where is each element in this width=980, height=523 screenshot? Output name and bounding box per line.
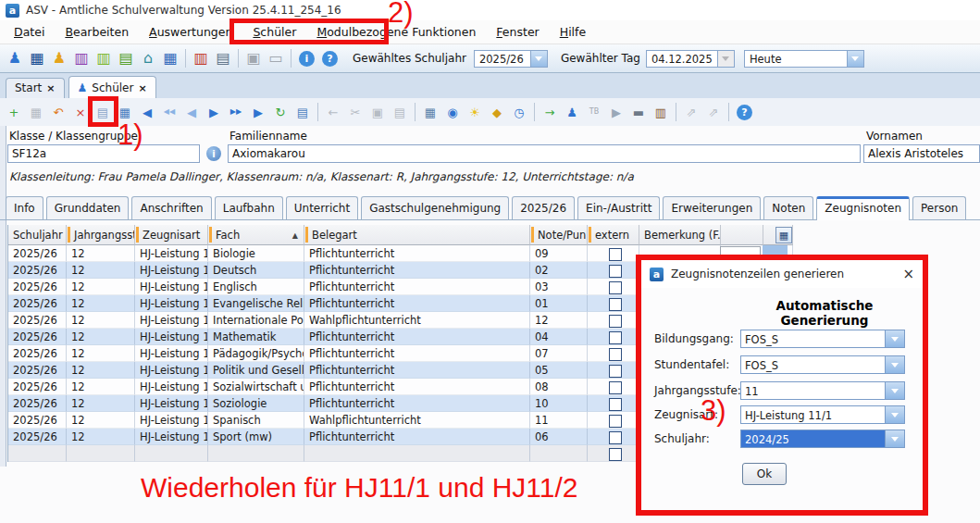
cell-belegart[interactable]: Pflichtunterricht xyxy=(304,345,530,362)
extern-checkbox[interactable] xyxy=(609,365,622,378)
cell-zeugnisart[interactable]: HJ-Leistung 12/1 xyxy=(135,279,208,295)
cell-zeugnisart[interactable]: HJ-Leistung 12/1 xyxy=(135,295,208,312)
cell-belegart[interactable]: Pflichtunterricht xyxy=(304,295,530,312)
field-select[interactable]: HJ-Leistung 11/1 xyxy=(740,405,905,424)
tab-grunddaten[interactable]: Grunddaten xyxy=(46,196,130,219)
cell-schuljahr[interactable]: 2025/26 xyxy=(8,312,67,329)
extern-checkbox[interactable] xyxy=(609,431,622,444)
extern-checkbox[interactable] xyxy=(609,298,622,311)
notify-icon[interactable]: ◆ xyxy=(488,103,506,121)
message-purple-icon[interactable]: ▥ xyxy=(71,48,92,68)
tab-erweiterungen[interactable]: Erweiterungen xyxy=(663,196,761,219)
field-select[interactable]: FOS_S xyxy=(740,355,905,374)
cell-belegart[interactable]: Pflichtunterricht xyxy=(304,245,530,262)
cell-jahrgangsstufe[interactable]: 12 xyxy=(67,429,135,445)
preview-icon[interactable]: ◉ xyxy=(443,103,462,121)
schedule-icon[interactable]: ◷ xyxy=(510,103,528,121)
column-header-extern[interactable]: extern xyxy=(588,225,639,245)
back-icon[interactable]: ← xyxy=(324,103,342,121)
class-info-icon[interactable]: i xyxy=(206,146,221,161)
cell-jahrgangsstufe[interactable]: 12 xyxy=(67,362,135,379)
cell-zeugnisart[interactable]: HJ-Leistung 12/1 xyxy=(135,395,208,412)
firstname-input[interactable] xyxy=(863,144,980,163)
column-header-fach[interactable]: Fach▲ xyxy=(208,225,304,245)
class-input[interactable] xyxy=(7,144,200,163)
list-view-icon[interactable]: ▤ xyxy=(293,103,312,121)
tab-noten[interactable]: Noten xyxy=(763,196,813,219)
cell-belegart[interactable]: Pflichtunterricht xyxy=(304,429,530,445)
paste-icon[interactable]: ▤ xyxy=(391,103,409,121)
cell-belegart[interactable]: Pflichtunterricht xyxy=(304,395,530,412)
cell-jahrgangsstufe[interactable]: 12 xyxy=(67,279,135,295)
cell-fach[interactable]: Soziologie xyxy=(208,395,304,412)
cell-schuljahr[interactable]: 2025/26 xyxy=(8,245,67,262)
cell-belegart[interactable]: Pflichtunterricht xyxy=(304,262,530,279)
tab-anschriften[interactable]: Anschriften xyxy=(131,196,211,219)
cell-note[interactable]: 07 xyxy=(530,345,588,362)
left-splitter[interactable] xyxy=(0,126,6,467)
column-header-zeugnisart[interactable]: Zeugnisart xyxy=(135,225,208,245)
teachers-icon[interactable]: ♟ xyxy=(49,48,69,68)
tab-person[interactable]: Person xyxy=(912,196,966,219)
column-header-schuljahr[interactable]: Schuljahr xyxy=(8,225,67,245)
cell-fach[interactable]: Deutsch xyxy=(208,262,304,279)
cell-fach[interactable]: Sport (mw) xyxy=(208,429,304,445)
column-header-jahrgangsstufe[interactable]: Jahrgangsstufe xyxy=(67,225,135,245)
cell-note[interactable]: 05 xyxy=(530,362,588,379)
range-select[interactable]: Heute xyxy=(744,50,864,68)
cut-icon[interactable]: ✂ xyxy=(346,103,365,121)
cell-note[interactable]: 11 xyxy=(530,412,588,429)
copy-icon[interactable]: ▣ xyxy=(368,103,387,121)
export-icon[interactable]: → xyxy=(540,103,559,121)
assign-student-icon[interactable]: ♟ xyxy=(563,103,581,121)
cell-belegart[interactable]: Wahlpflichtunterricht xyxy=(304,412,530,429)
close-tab-icon[interactable]: × xyxy=(46,82,55,94)
chevron-down-icon[interactable] xyxy=(885,330,904,347)
cell-note[interactable]: 04 xyxy=(530,329,588,345)
cell-note[interactable]: 09 xyxy=(530,245,588,262)
cell-fach[interactable]: Politik und Gesellschaft xyxy=(208,362,304,379)
folder-icon[interactable]: ▬ xyxy=(629,103,648,121)
students-icon[interactable]: ♟ xyxy=(5,48,25,68)
cell-note[interactable]: 01 xyxy=(530,295,588,312)
class-register-icon[interactable]: ▦ xyxy=(27,48,47,68)
school-icon[interactable]: ⌂ xyxy=(138,48,158,68)
chevron-down-icon[interactable] xyxy=(530,51,547,67)
address-book-icon[interactable]: ▥ xyxy=(651,103,670,121)
cell-note[interactable]: 08 xyxy=(530,379,588,395)
cell-zeugnisart[interactable]: HJ-Leistung 12/1 xyxy=(135,429,208,445)
tb-import-icon[interactable]: TB xyxy=(585,103,603,121)
column-header-note-pun[interactable]: Note/Pun... xyxy=(530,225,588,245)
discard-form-icon[interactable]: ▤ xyxy=(93,103,112,121)
extern-checkbox[interactable] xyxy=(609,348,622,361)
field-select[interactable]: 11 xyxy=(740,381,905,400)
tab-gastschulgenehmigung[interactable]: Gastschulgenehmigung xyxy=(361,196,509,219)
cell-note[interactable]: 10 xyxy=(530,395,588,412)
cell-schuljahr[interactable]: 2025/26 xyxy=(8,329,67,345)
cell-jahrgangsstufe[interactable]: 12 xyxy=(67,295,135,312)
tab-schueler[interactable]: ♟ Schüler × xyxy=(68,76,156,98)
tab-unterricht[interactable]: Unterricht xyxy=(286,196,358,219)
column-header-belegart[interactable]: Belegart xyxy=(304,225,530,245)
column-header-blank[interactable] xyxy=(721,225,763,245)
surname-input[interactable] xyxy=(228,144,861,163)
tab-zeugnisnoten[interactable]: Zeugnisnoten xyxy=(816,196,910,220)
extern-checkbox[interactable] xyxy=(609,415,622,428)
window-remove-icon[interactable]: ▭ xyxy=(266,48,286,68)
chevron-down-icon[interactable] xyxy=(885,356,904,373)
cell-schuljahr[interactable]: 2025/26 xyxy=(8,379,67,395)
menu-item-hilfe[interactable]: Hilfe xyxy=(550,21,596,43)
extern-checkbox[interactable] xyxy=(609,281,622,294)
cell-zeugnisart[interactable]: HJ-Leistung 12/1 xyxy=(135,312,208,329)
cell-zeugnisart[interactable]: HJ-Leistung 12/1 xyxy=(135,245,208,262)
cell-schuljahr[interactable]: 2025/26 xyxy=(8,362,67,379)
prev-record-icon[interactable]: ◀ xyxy=(182,103,201,121)
new-record-icon[interactable]: + xyxy=(5,103,23,121)
cell-schuljahr[interactable]: 2025/26 xyxy=(8,295,67,312)
cell-schuljahr[interactable]: 2025/26 xyxy=(8,412,67,429)
timetable-icon[interactable]: ▦ xyxy=(160,48,180,68)
cell-zeugnisart[interactable]: HJ-Leistung 12/1 xyxy=(135,379,208,395)
menu-item-bearbeiten[interactable]: Bearbeiten xyxy=(55,21,139,43)
cell-schuljahr[interactable]: 2025/26 xyxy=(8,429,67,445)
delete-record-icon[interactable]: × xyxy=(71,103,90,121)
